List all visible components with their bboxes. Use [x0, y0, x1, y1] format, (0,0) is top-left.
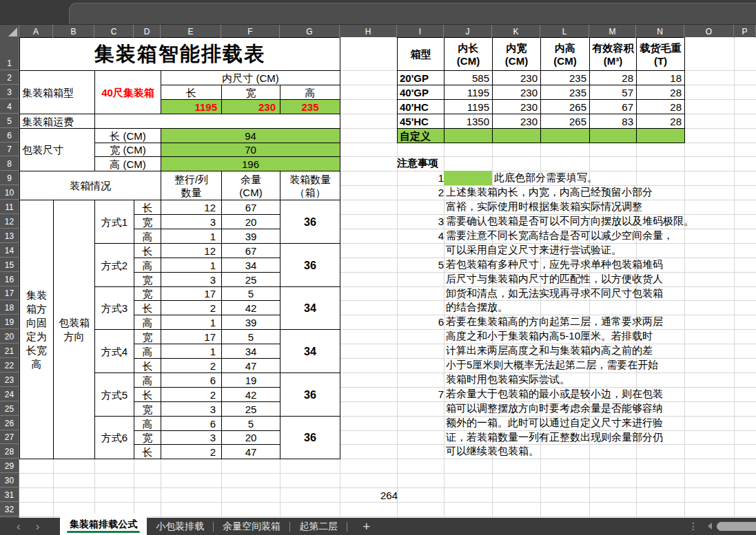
column-header-B[interactable]: B [53, 25, 94, 38]
method-remainder-cell[interactable]: 5 [221, 286, 280, 301]
cell-h31-value[interactable]: 264 [340, 487, 402, 503]
spec-value-cell[interactable]: 57 [589, 85, 637, 100]
row-header-31[interactable]: 31 [0, 487, 19, 502]
row-header-17[interactable]: 17 [0, 286, 19, 300]
spec-value-cell[interactable] [492, 128, 541, 143]
method-total-cell[interactable]: 36 [280, 200, 340, 244]
spec-value-cell[interactable]: 1350 [444, 114, 493, 129]
spec-value-cell[interactable]: 67 [589, 99, 637, 114]
method-count-cell[interactable]: 6 [161, 373, 222, 388]
method-remainder-cell[interactable]: 5 [221, 329, 280, 344]
method-count-cell[interactable]: 3 [161, 272, 222, 287]
dim-header-cell[interactable]: 宽 [221, 85, 280, 100]
method-dim-cell[interactable]: 高 [134, 229, 161, 244]
method-name-cell[interactable]: 方式1 [94, 200, 134, 244]
spec-value-cell[interactable] [444, 128, 493, 143]
row-header-18[interactable]: 18 [0, 300, 19, 315]
row-header-11[interactable]: 11 [0, 200, 19, 214]
column-header-L[interactable]: L [540, 25, 589, 38]
spec-value-cell[interactable]: 235 [540, 85, 590, 100]
inner-size-header-cell[interactable]: 内尺寸 (CM) [161, 70, 340, 85]
row-header-30[interactable]: 30 [0, 473, 19, 487]
more-options-icon[interactable]: ⋮ [688, 518, 698, 535]
spec-header-cell[interactable]: 箱型 [397, 37, 445, 71]
row-header-24[interactable]: 24 [0, 387, 19, 401]
column-header-D[interactable]: D [134, 25, 161, 38]
method-total-cell[interactable]: 36 [280, 416, 340, 459]
sheet-title-cell[interactable]: 集装箱智能排载表 [19, 37, 340, 71]
method-total-cell[interactable]: 36 [280, 373, 340, 417]
row-header-8[interactable]: 8 [0, 156, 19, 171]
method-count-cell[interactable]: 1 [161, 229, 222, 244]
dim-header-cell[interactable]: 长 [161, 85, 222, 100]
spec-header-cell[interactable]: 载货毛重 (T) [636, 37, 685, 71]
row-header-26[interactable]: 26 [0, 416, 19, 430]
method-remainder-cell[interactable]: 25 [221, 401, 280, 417]
method-count-cell[interactable]: 1 [161, 258, 222, 273]
row-header-16[interactable]: 16 [0, 272, 19, 286]
spec-value-cell[interactable]: 28 [636, 99, 685, 114]
column-header-I[interactable]: I [397, 25, 444, 38]
loading-header-cell[interactable]: 装箱情况 [19, 171, 161, 200]
col-header-remainder-cell[interactable]: 余量 (CM) [221, 171, 280, 200]
column-header-P[interactable]: P [734, 25, 756, 38]
sheet-nav-next-icon[interactable]: › [36, 518, 40, 535]
column-header-M[interactable]: M [589, 25, 636, 38]
select-all-corner[interactable] [0, 25, 19, 38]
row-header-10[interactable]: 10 [0, 185, 19, 200]
spec-value-cell[interactable]: 265 [540, 114, 590, 129]
inner-height-cell[interactable]: 235 [280, 99, 340, 114]
row-header-19[interactable]: 19 [0, 315, 19, 329]
row-header-6[interactable]: 6 [0, 128, 19, 143]
container-orientation-label-cell[interactable]: 集装箱方向固定为长宽高 [19, 200, 54, 459]
method-count-cell[interactable]: 12 [161, 243, 222, 258]
freight-value-cell[interactable] [94, 114, 340, 129]
dim-header-cell[interactable]: 高 [280, 85, 340, 100]
column-header-J[interactable]: J [444, 25, 492, 38]
package-orientation-label-cell[interactable]: 包装箱方向 [53, 200, 95, 459]
method-dim-cell[interactable]: 高 [134, 373, 161, 388]
method-dim-cell[interactable]: 高 [134, 344, 161, 359]
method-dim-cell[interactable]: 宽 [134, 272, 161, 287]
method-remainder-cell[interactable]: 34 [221, 344, 280, 359]
spec-header-cell[interactable]: 内长 (CM) [444, 37, 493, 71]
package-size-label-cell[interactable]: 包装尺寸 [19, 128, 95, 171]
method-count-cell[interactable]: 3 [161, 401, 222, 417]
column-header-F[interactable]: F [221, 25, 280, 38]
spec-value-cell[interactable] [540, 128, 590, 143]
method-name-cell[interactable]: 方式5 [94, 373, 134, 417]
sheet-tab-2[interactable]: 小包装排载 [147, 518, 213, 535]
row-header-9[interactable]: 9 [0, 171, 19, 185]
spec-value-cell[interactable]: 83 [589, 114, 637, 129]
spec-type-cell[interactable]: 40'GP [397, 85, 445, 100]
row-header-2[interactable]: 2 [0, 70, 19, 85]
spec-value-cell[interactable]: 235 [540, 70, 590, 85]
spec-value-cell[interactable]: 265 [540, 99, 590, 114]
col-header-boxes-cell[interactable]: 装箱数量 （箱） [280, 171, 340, 200]
method-dim-cell[interactable]: 高 [134, 416, 161, 431]
spec-value-cell[interactable]: 1195 [444, 99, 493, 114]
column-header-N[interactable]: N [636, 25, 684, 38]
column-header-E[interactable]: E [161, 25, 221, 38]
method-name-cell[interactable]: 方式6 [94, 416, 134, 459]
sheet-tab-1[interactable]: 集装箱排载公式 [60, 514, 147, 535]
row-header-28[interactable]: 28 [0, 444, 19, 459]
spec-value-cell[interactable]: 28 [636, 114, 685, 129]
spec-value-cell[interactable]: 1195 [444, 85, 493, 100]
inner-width-cell[interactable]: 230 [221, 99, 280, 114]
row-header-1[interactable]: 1 [0, 37, 19, 70]
row-header-14[interactable]: 14 [0, 243, 19, 258]
row-header-27[interactable]: 27 [0, 430, 19, 444]
row-header-4[interactable]: 4 [0, 99, 19, 114]
row-header-25[interactable]: 25 [0, 401, 19, 416]
method-count-cell[interactable]: 12 [161, 200, 222, 215]
method-remainder-cell[interactable]: 39 [221, 229, 280, 244]
container-type-value-cell[interactable]: 40尺集装箱 [94, 70, 161, 114]
method-remainder-cell[interactable]: 34 [221, 258, 280, 273]
method-dim-cell[interactable]: 高 [134, 315, 161, 330]
method-count-cell[interactable]: 1 [161, 344, 222, 359]
method-remainder-cell[interactable]: 20 [221, 430, 280, 445]
package-height-value-cell[interactable]: 196 [161, 156, 340, 171]
method-count-cell[interactable]: 6 [161, 416, 222, 431]
row-header-22[interactable]: 22 [0, 358, 19, 373]
